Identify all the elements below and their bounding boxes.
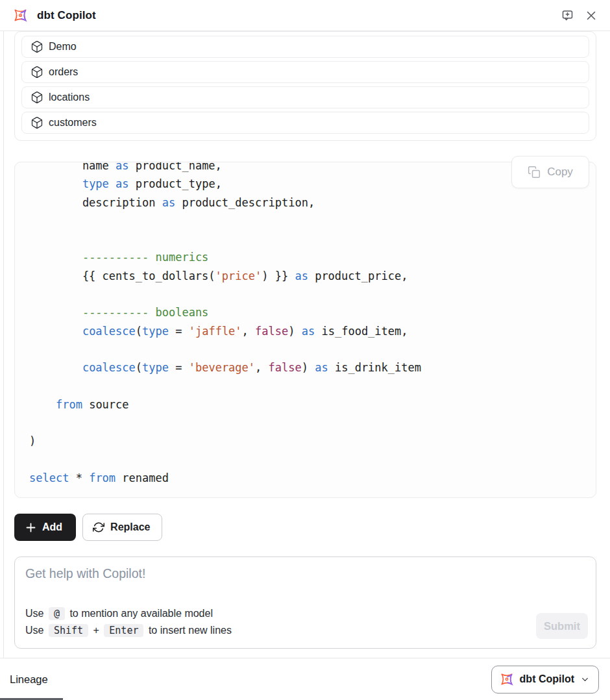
- model-chip-label: locations: [49, 92, 90, 103]
- replace-button-label: Replace: [110, 521, 150, 533]
- close-icon[interactable]: [584, 8, 598, 23]
- code-line: [29, 377, 596, 395]
- tab-lineage[interactable]: Lineage: [10, 673, 48, 686]
- refresh-icon: [93, 521, 104, 533]
- panel-body: Demo orders locations customers name as …: [3, 31, 610, 658]
- code-line: {{ cents_to_dollars('price') }} as produ…: [29, 267, 596, 285]
- code-line: select * from renamed: [29, 469, 596, 487]
- model-chip[interactable]: Demo: [21, 36, 589, 58]
- chevron-down-icon: [580, 675, 590, 684]
- dbt-copilot-logo-icon: [13, 8, 28, 23]
- copy-button[interactable]: Copy: [511, 156, 589, 188]
- panel-header: dbt Copilot: [0, 0, 610, 31]
- submit-button[interactable]: Submit: [536, 613, 588, 639]
- add-button-label: Add: [42, 521, 62, 533]
- code-line: coalesce(type = 'jaffle', false) as is_f…: [29, 322, 596, 340]
- code-lines: name as product_name, type as product_ty…: [15, 162, 596, 487]
- copy-icon: [528, 166, 541, 179]
- kbd-key: @: [49, 607, 65, 620]
- dbt-copilot-logo-icon: [500, 672, 514, 686]
- code-actions: Add Replace: [14, 514, 596, 541]
- code-line: ---------- numerics: [29, 248, 596, 266]
- code-line: [29, 285, 596, 303]
- model-cube-icon: [30, 116, 43, 129]
- code-line: ---------- booleans: [29, 303, 596, 321]
- plus-icon: [25, 522, 36, 533]
- model-cube-icon: [30, 91, 43, 104]
- model-chip-label: customers: [49, 117, 97, 129]
- copilot-prompt-box: Use @ to mention any available modelUse …: [14, 556, 596, 649]
- model-chip[interactable]: orders: [21, 61, 589, 83]
- code-line: [29, 340, 596, 358]
- code-line: [29, 451, 596, 469]
- code-line: description as product_description,: [29, 194, 596, 212]
- replace-button[interactable]: Replace: [82, 514, 162, 541]
- code-line: [29, 230, 596, 248]
- kbd-key: Enter: [104, 624, 143, 637]
- copilot-dropdown-label: dbt Copilot: [520, 673, 574, 685]
- footer-bar: Lineage dbt Copilot: [0, 658, 610, 700]
- model-chip-label: Demo: [49, 41, 77, 53]
- model-chip[interactable]: locations: [21, 86, 589, 108]
- hint-line: Use @ to mention any available model: [25, 605, 232, 622]
- model-chip[interactable]: customers: [21, 112, 589, 134]
- copilot-prompt-input[interactable]: [25, 566, 588, 588]
- copy-button-label: Copy: [547, 166, 573, 179]
- model-chip-label: orders: [49, 66, 78, 78]
- code-line: from source: [29, 395, 596, 414]
- hint-line: Use Shift + Enter to insert new lines: [25, 622, 232, 639]
- kbd-key: Shift: [49, 624, 88, 637]
- prompt-hints: Use @ to mention any available modelUse …: [25, 605, 232, 639]
- code-scroll-area[interactable]: name as product_name, type as product_ty…: [15, 162, 596, 497]
- code-line: [29, 414, 596, 432]
- code-line: [29, 212, 596, 230]
- model-chip-list: Demo orders locations customers: [14, 31, 596, 141]
- add-button[interactable]: Add: [14, 514, 76, 541]
- code-line: coalesce(type = 'beverage', false) as is…: [29, 358, 596, 377]
- panel-title: dbt Copilot: [37, 9, 96, 22]
- copilot-panel-dropdown[interactable]: dbt Copilot: [491, 666, 599, 694]
- popout-to-editor-button[interactable]: [560, 8, 576, 23]
- model-cube-icon: [30, 66, 43, 79]
- code-line: ): [29, 432, 596, 450]
- model-cube-icon: [30, 40, 43, 53]
- code-preview: name as product_name, type as product_ty…: [14, 162, 596, 498]
